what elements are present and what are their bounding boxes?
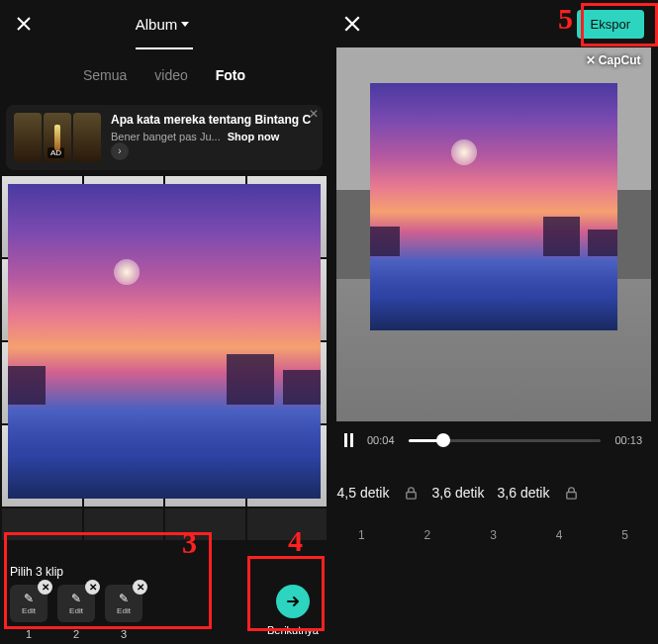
- header-title: Album: [136, 16, 178, 33]
- timeline-num[interactable]: 3: [460, 528, 526, 542]
- tab-video[interactable]: video: [154, 67, 187, 91]
- timeline-num[interactable]: 1: [329, 528, 395, 542]
- export-button[interactable]: Ekspor: [577, 10, 644, 39]
- svg-rect-0: [406, 492, 415, 499]
- selected-preview[interactable]: [8, 184, 321, 499]
- current-time: 00:04: [367, 434, 395, 446]
- pencil-icon: ✎: [119, 592, 129, 605]
- timeline-num[interactable]: 5: [592, 528, 658, 542]
- gallery: [0, 174, 329, 542]
- preview-canvas[interactable]: ✕ CapCut: [336, 47, 651, 421]
- chevron-down-icon: [181, 22, 189, 27]
- next-button[interactable]: [276, 585, 310, 618]
- clip-duration[interactable]: 3,6 detik: [425, 485, 491, 501]
- lock-icon[interactable]: [556, 486, 586, 501]
- gallery-thumb[interactable]: [84, 508, 164, 540]
- ad-title: Apa kata mereka tentang Bintang C: [111, 113, 315, 129]
- seek-knob[interactable]: [436, 433, 450, 447]
- ad-badge: AD: [47, 147, 64, 158]
- seek-track[interactable]: [409, 439, 602, 442]
- edit-label: Edit: [69, 606, 83, 615]
- sunset-image: [8, 184, 321, 499]
- clip-number: 1: [26, 628, 32, 640]
- chevron-right-icon[interactable]: ›: [111, 142, 129, 160]
- title-underline: [136, 47, 193, 49]
- shop-now-link[interactable]: Shop now: [228, 131, 280, 142]
- remove-clip-icon[interactable]: ✕: [85, 580, 100, 595]
- remove-clip-icon[interactable]: ✕: [133, 580, 147, 595]
- clip-duration[interactable]: 3,6 detik: [491, 485, 556, 501]
- ad-thumbs: AD: [14, 113, 101, 162]
- next-section: Berikutnya: [267, 585, 319, 636]
- pencil-icon: ✎: [71, 592, 81, 605]
- ad-thumb: [14, 113, 42, 162]
- timeline-num[interactable]: 2: [395, 528, 461, 542]
- watermark[interactable]: ✕ CapCut: [586, 53, 641, 67]
- media-tabs: Semua video Foto: [0, 67, 329, 91]
- clip-number: 3: [121, 628, 127, 640]
- close-icon[interactable]: [14, 14, 34, 34]
- album-dropdown[interactable]: Album: [136, 16, 194, 33]
- annotation-number-3: 3: [182, 526, 197, 560]
- ad-thumb: [73, 113, 101, 162]
- edit-label: Edit: [117, 606, 131, 615]
- clip-slot[interactable]: ✕ ✎ Edit 1: [10, 585, 47, 640]
- close-icon[interactable]: [342, 14, 362, 34]
- pencil-icon: ✎: [24, 592, 34, 605]
- gallery-grid-bottom: [2, 508, 327, 540]
- svg-rect-1: [566, 492, 575, 499]
- arrow-right-icon: [285, 594, 301, 609]
- canvas-media: [370, 83, 617, 330]
- tab-photo[interactable]: Foto: [216, 67, 245, 91]
- selection-label: Pilih 3 klip: [10, 565, 319, 579]
- remove-clip-icon[interactable]: ✕: [38, 580, 52, 595]
- pause-button[interactable]: [344, 433, 353, 447]
- selection-bar: Pilih 3 klip ✕ ✎ Edit 1 ✕ ✎ Edit: [0, 557, 329, 644]
- ad-close-icon[interactable]: ✕: [309, 107, 319, 121]
- tab-all[interactable]: Semua: [83, 67, 127, 91]
- ad-card[interactable]: AD Apa kata mereka tentang Bintang C Ben…: [6, 105, 323, 170]
- annotation-number-4: 4: [288, 524, 303, 558]
- clip-slot[interactable]: ✕ ✎ Edit 2: [57, 585, 95, 640]
- ad-sub-text: Bener banget pas Ju...: [111, 131, 221, 142]
- timeline-num[interactable]: 4: [526, 528, 593, 542]
- clip-number: 2: [73, 628, 79, 640]
- gallery-thumb[interactable]: [165, 508, 245, 540]
- ad-thumb: AD: [44, 113, 71, 162]
- gallery-thumb[interactable]: [247, 508, 328, 540]
- selected-clips: ✕ ✎ Edit 1 ✕ ✎ Edit 2 ✕: [10, 585, 142, 640]
- ad-text: Apa kata mereka tentang Bintang C Bener …: [111, 113, 315, 162]
- annotation-number-5: 5: [558, 2, 573, 36]
- edit-label: Edit: [22, 606, 36, 615]
- clip-duration[interactable]: 4,5 detik: [330, 485, 396, 501]
- player-controls: 00:04 00:13: [329, 421, 658, 465]
- duration-row[interactable]: 4,5 detik 3,6 detik 3,6 detik: [329, 465, 658, 520]
- lock-icon[interactable]: [396, 486, 425, 501]
- clip-slot[interactable]: ✕ ✎ Edit 3: [105, 585, 142, 640]
- timeline-numbers: 1 2 3 4 5: [329, 520, 658, 556]
- next-label: Berikutnya: [267, 624, 319, 636]
- gallery-thumb[interactable]: [2, 508, 82, 540]
- ad-subtitle: Bener banget pas Ju... Shop now ›: [111, 131, 315, 160]
- total-time: 00:13: [614, 434, 642, 446]
